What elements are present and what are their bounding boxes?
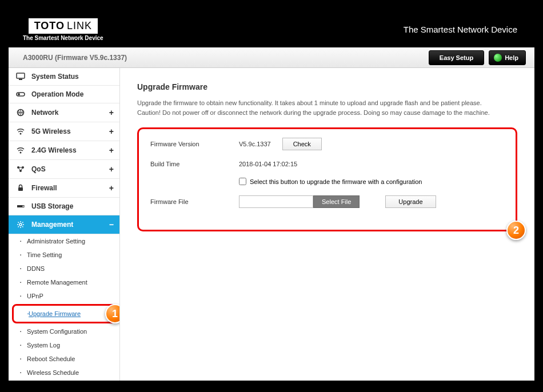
nav-label: USB Storage <box>31 202 73 210</box>
sub-item-system-log[interactable]: System Log <box>9 338 119 352</box>
svg-rect-12 <box>22 206 24 207</box>
sidebar-item-management[interactable]: Management − <box>9 215 119 234</box>
nav-label: Firewall <box>31 184 57 192</box>
help-label: Help <box>505 54 518 61</box>
easy-setup-button[interactable]: Easy Setup <box>429 50 484 65</box>
sub-item-upnp[interactable]: UPnP <box>9 289 119 303</box>
annotation-badge-1: 1 <box>105 304 120 323</box>
nav-label: Operation Mode <box>31 90 83 98</box>
nav-label: 2.4G Wireless <box>31 146 77 154</box>
switch-icon <box>15 90 26 98</box>
sub-item-time[interactable]: Time Setting <box>9 248 119 262</box>
sidebar: System Status Operation Mode Network + 5… <box>9 68 120 381</box>
sidebar-item-5g-wireless[interactable]: 5G Wireless + <box>9 122 119 141</box>
label-firmware-file: Firmware File <box>150 198 239 205</box>
device-info: A3000RU (Firmware V5.9c.1337) <box>23 54 127 62</box>
svg-point-13 <box>19 223 22 226</box>
body-row: System Status Operation Mode Network + 5… <box>9 68 534 381</box>
nav-label: Network <box>31 109 58 117</box>
help-button[interactable]: Help <box>489 50 526 65</box>
annotation-frame-1: Upgrade Firmware 1 <box>12 304 116 323</box>
expand-icon: + <box>109 183 114 193</box>
logo-tagline: The Smartest Network Device <box>23 35 103 41</box>
annotation-frame-2: Firmware Version V5.9c.1337 Check Build … <box>137 127 517 231</box>
label-firmware-version: Firmware Version <box>150 141 239 147</box>
upgrade-with-config-checkbox[interactable] <box>239 178 246 185</box>
nav-label: 5G Wireless <box>31 127 71 135</box>
sub-item-reboot-schedule[interactable]: Reboot Schedule <box>9 352 119 366</box>
upgrade-button[interactable]: Upgrade <box>385 195 436 208</box>
subheader-bar: A3000RU (Firmware V5.9c.1337) Easy Setup… <box>9 47 534 68</box>
row-build-time: Build Time 2018-01-04 17:02:15 <box>150 161 504 167</box>
nav-label: QoS <box>31 165 46 173</box>
page-description: Upgrade the firmware to obtain new funct… <box>137 98 517 117</box>
svg-rect-11 <box>17 205 22 207</box>
svg-point-5 <box>20 133 22 135</box>
logo-text-b: LINK <box>67 20 92 32</box>
sidebar-item-operation-mode[interactable]: Operation Mode <box>9 86 119 103</box>
sidebar-item-network[interactable]: Network + <box>9 103 119 122</box>
sidebar-item-system-status[interactable]: System Status <box>9 68 119 86</box>
expand-icon: + <box>109 165 114 174</box>
app-window: TOTO LINK The Smartest Network Device Th… <box>9 11 534 381</box>
sidebar-item-firewall[interactable]: Firewall + <box>9 179 119 198</box>
row-checkbox: Select this button to upgrade the firmwa… <box>239 178 504 185</box>
sidebar-item-qos[interactable]: QoS + <box>9 160 119 179</box>
lock-icon <box>15 184 26 192</box>
checkbox-label: Select this button to upgrade the firmwa… <box>250 178 422 185</box>
label-build-time: Build Time <box>150 161 239 167</box>
sidebar-item-usb-storage[interactable]: USB Storage <box>9 198 119 215</box>
value-build-time: 2018-01-04 17:02:15 <box>239 161 297 167</box>
logo: TOTO LINK The Smartest Network Device <box>23 18 103 41</box>
sidebar-item-24g-wireless[interactable]: 2.4G Wireless + <box>9 141 119 160</box>
logo-text-a: TOTO <box>34 20 65 32</box>
row-firmware-version: Firmware Version V5.9c.1337 Check <box>150 138 504 150</box>
svg-rect-1 <box>19 79 22 80</box>
gear-icon <box>15 221 26 229</box>
file-input[interactable] <box>239 195 313 208</box>
logo-main: TOTO LINK <box>29 18 98 34</box>
page-title: Upgrade Firmware <box>137 82 517 91</box>
qos-icon <box>15 165 26 173</box>
sub-item-ddns[interactable]: DDNS <box>9 262 119 275</box>
header-tagline: The Smartest Network Device <box>404 25 517 34</box>
expand-icon: + <box>109 108 114 117</box>
header-buttons: Easy Setup Help <box>429 50 526 65</box>
expand-icon: + <box>109 146 114 155</box>
sub-item-admin[interactable]: Administrator Setting <box>9 234 119 248</box>
svg-point-6 <box>20 152 22 154</box>
nav-label: System Status <box>31 73 79 81</box>
check-button[interactable]: Check <box>282 138 322 150</box>
sub-item-wireless-schedule[interactable]: Wireless Schedule <box>9 366 119 379</box>
help-icon <box>494 54 502 62</box>
sub-item-remote[interactable]: Remote Management <box>9 275 119 289</box>
value-firmware-version: V5.9c.1337 <box>239 141 271 147</box>
sub-item-upgrade-firmware[interactable]: Upgrade Firmware <box>16 307 112 321</box>
wifi-icon <box>15 127 26 135</box>
svg-rect-10 <box>18 187 23 191</box>
row-firmware-file: Firmware File Select File Upgrade <box>150 195 504 208</box>
nav-label: Management <box>31 221 73 229</box>
wifi-icon <box>15 146 26 154</box>
annotation-badge-2: 2 <box>506 221 526 240</box>
globe-icon <box>15 109 26 117</box>
content-area: Upgrade Firmware Upgrade the firmware to… <box>120 68 534 381</box>
svg-point-3 <box>18 93 20 95</box>
select-file-button[interactable]: Select File <box>313 195 360 208</box>
sub-item-logout[interactable]: Logout <box>9 379 119 381</box>
monitor-icon <box>15 73 26 81</box>
sub-item-system-configuration[interactable]: System Configuration <box>9 325 119 338</box>
collapse-icon: − <box>109 220 114 229</box>
usb-icon <box>15 202 26 210</box>
header-bar: TOTO LINK The Smartest Network Device Th… <box>9 11 534 47</box>
expand-icon: + <box>109 127 114 136</box>
svg-rect-0 <box>17 73 25 78</box>
